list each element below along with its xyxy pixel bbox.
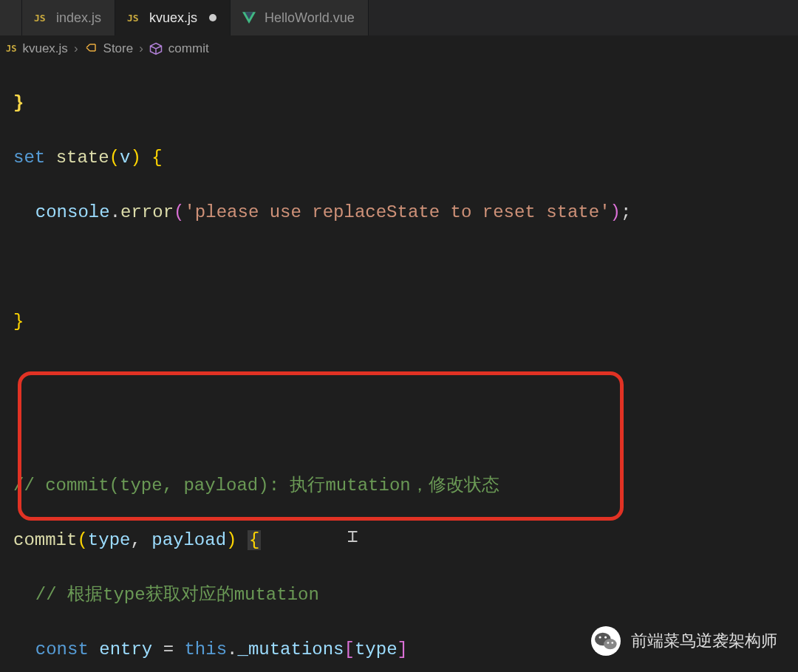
breadcrumb[interactable]: JS kvuex.js › Store › commit <box>0 35 798 62</box>
js-icon: JS <box>34 13 49 24</box>
tab-helloworld[interactable]: HelloWorld.vue <box>231 0 369 35</box>
method-icon <box>149 42 163 55</box>
tab-label: kvuex.js <box>149 10 197 26</box>
code-editor[interactable]: } set state(v) { console.error('please u… <box>0 62 798 672</box>
watermark-text: 前端菜鸟逆袭架构师 <box>631 630 777 652</box>
js-icon: JS <box>6 44 16 54</box>
dirty-indicator <box>209 14 216 21</box>
svg-point-6 <box>604 636 607 638</box>
tab-label: index.js <box>56 10 101 26</box>
bc-class: Store <box>103 41 134 56</box>
class-icon <box>84 42 98 55</box>
tabs-bar: JS index.js JS kvuex.js HelloWorld.vue <box>0 0 798 35</box>
chevron-icon: › <box>74 41 78 56</box>
bc-file: kvuex.js <box>22 41 67 56</box>
tab-kvuex[interactable]: JS kvuex.js <box>115 0 231 35</box>
svg-point-7 <box>607 642 610 644</box>
wechat-icon <box>591 626 621 656</box>
vue-icon <box>242 11 257 24</box>
tab-label: HelloWorld.vue <box>265 10 355 26</box>
tab-index[interactable]: JS index.js <box>22 0 115 35</box>
svg-point-8 <box>611 642 613 644</box>
watermark: 前端菜鸟逆袭架构师 <box>591 626 777 656</box>
svg-point-4 <box>604 639 617 649</box>
bc-method: commit <box>168 41 209 56</box>
chevron-icon: › <box>139 41 143 56</box>
svg-point-5 <box>599 636 601 638</box>
js-icon: JS <box>127 13 142 24</box>
